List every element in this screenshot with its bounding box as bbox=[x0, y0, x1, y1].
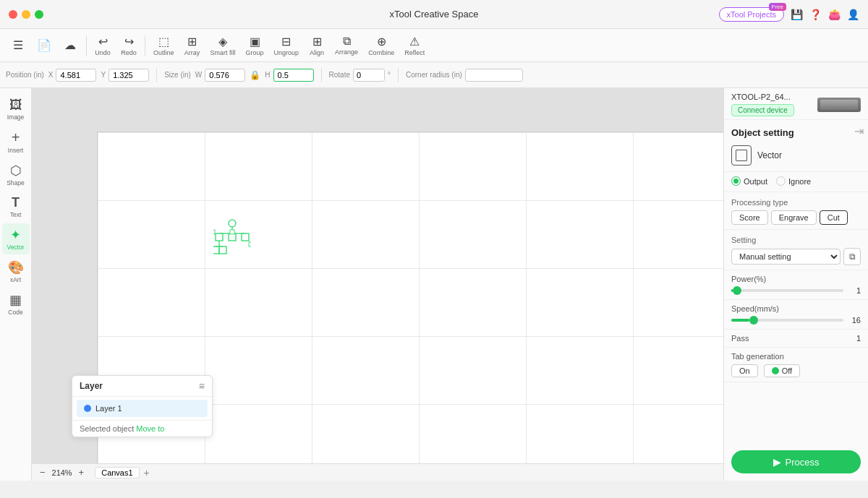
tab-generation-title: Tab generation bbox=[731, 352, 861, 361]
toolbar-cloud[interactable]: ☁ bbox=[58, 36, 82, 55]
pass-section: Pass 1 bbox=[724, 330, 868, 348]
output-radio[interactable]: Output bbox=[731, 176, 767, 186]
insert-icon: + bbox=[12, 129, 20, 146]
toolbar-align[interactable]: ⊞ Align bbox=[305, 33, 329, 59]
xart-icon: 🎨 bbox=[8, 259, 24, 275]
process-label: Process bbox=[786, 457, 820, 468]
posbar-separator-2 bbox=[321, 68, 322, 82]
minimize-button[interactable] bbox=[22, 10, 30, 19]
canvas-shape[interactable] bbox=[213, 219, 250, 259]
object-type-row: Vector bbox=[724, 142, 868, 172]
power-slider[interactable] bbox=[731, 289, 843, 292]
text-icon: T bbox=[12, 195, 20, 210]
tab-toggle-row: On Off bbox=[731, 364, 861, 377]
w-label: W bbox=[195, 71, 202, 79]
toolbar-redo[interactable]: ↪ Redo bbox=[116, 33, 141, 59]
canvas-area[interactable]: Layer ≡ Layer 1 Selected object Move to … bbox=[32, 88, 723, 481]
toolbar-undo[interactable]: ↩ Undo bbox=[90, 33, 115, 59]
x-input[interactable] bbox=[56, 69, 96, 82]
titlebar: xTool Creative Space xTool Projects Free… bbox=[0, 0, 868, 29]
tab-off-button[interactable]: Off bbox=[764, 364, 800, 377]
setting-select[interactable]: Manual setting bbox=[731, 249, 841, 265]
user-icon[interactable]: 👤 bbox=[846, 8, 859, 21]
position-x-group: X bbox=[48, 69, 97, 82]
speed-slider-thumb[interactable] bbox=[749, 316, 758, 325]
size-label: Size (in) bbox=[164, 71, 191, 79]
pass-value: 1 bbox=[856, 334, 861, 343]
x-label: X bbox=[48, 71, 54, 79]
ignore-radio[interactable]: Ignore bbox=[776, 176, 811, 186]
wallet-icon[interactable]: 👛 bbox=[827, 8, 841, 21]
move-to-link[interactable]: Move to bbox=[136, 424, 164, 433]
menu-icon: ☰ bbox=[13, 38, 23, 52]
image-icon: 🖼 bbox=[9, 98, 22, 113]
y-input[interactable] bbox=[109, 69, 149, 82]
main-area: 🖼 Image + Insert ⬡ Shape T Text ✦ Vector… bbox=[0, 88, 868, 481]
traffic-lights bbox=[9, 10, 43, 19]
sidebar-item-image[interactable]: 🖼 Image bbox=[2, 94, 30, 124]
tab-on-button[interactable]: On bbox=[731, 364, 758, 377]
setting-copy-button[interactable]: ⧉ bbox=[843, 248, 861, 265]
code-icon: ▦ bbox=[9, 292, 22, 308]
lock-icon[interactable]: 🔒 bbox=[250, 70, 260, 80]
svg-rect-12 bbox=[213, 230, 215, 234]
svg-rect-14 bbox=[249, 242, 251, 246]
add-canvas-button[interactable]: + bbox=[142, 467, 151, 478]
toolbar-group[interactable]: ▣ Group bbox=[242, 33, 268, 59]
power-slider-thumb[interactable] bbox=[733, 286, 741, 295]
ignore-radio-circle bbox=[776, 176, 786, 186]
help-icon[interactable]: ❓ bbox=[809, 8, 822, 21]
toolbar-combine[interactable]: ⊕ Combine bbox=[364, 33, 399, 59]
toolbar-outline[interactable]: ⬚ Outline bbox=[149, 33, 179, 59]
zoom-minus-button[interactable]: − bbox=[38, 467, 48, 478]
power-title: Power(%) bbox=[731, 275, 861, 283]
toolbar-menu[interactable]: ☰ bbox=[6, 36, 30, 55]
right-panel-spacer bbox=[724, 382, 868, 443]
toolbar-array[interactable]: ⊞ Array bbox=[180, 33, 205, 59]
position-label: Position (in) bbox=[6, 71, 44, 79]
sidebar-item-shape[interactable]: ⬡ Shape bbox=[2, 159, 30, 190]
layer-item[interactable]: Layer 1 bbox=[77, 400, 208, 417]
close-button[interactable] bbox=[9, 10, 17, 19]
fullscreen-button[interactable] bbox=[35, 10, 43, 19]
toolbar-ungroup[interactable]: ⊟ Ungroup bbox=[270, 33, 304, 59]
expand-panel-icon[interactable]: ⇥ bbox=[854, 124, 864, 138]
process-button[interactable]: ▶ Process bbox=[731, 450, 861, 473]
zoom-plus-button[interactable]: + bbox=[77, 467, 87, 478]
speed-slider-row: 16 bbox=[731, 316, 861, 325]
processing-type-section: Processing type Score Engrave Cut bbox=[724, 192, 868, 230]
sidebar-item-vector[interactable]: ✦ Vector bbox=[2, 223, 30, 254]
engrave-button[interactable]: Engrave bbox=[771, 210, 817, 225]
toolbar-file[interactable]: 📄 bbox=[32, 36, 56, 55]
app-title: xTool Creative Space bbox=[390, 9, 479, 20]
svg-rect-6 bbox=[242, 233, 249, 241]
cut-button[interactable]: Cut bbox=[820, 210, 848, 225]
power-slider-row: 1 bbox=[731, 286, 861, 295]
toolbar-arrange[interactable]: ⧉ Arrange bbox=[331, 33, 362, 58]
xtool-projects-button[interactable]: xTool Projects Free bbox=[719, 7, 784, 22]
score-button[interactable]: Score bbox=[731, 210, 768, 225]
selected-object-text: Selected object bbox=[80, 424, 134, 433]
pass-title: Pass bbox=[731, 334, 749, 343]
power-value: 1 bbox=[848, 286, 861, 295]
sidebar-item-xart[interactable]: 🎨 xArt bbox=[2, 256, 30, 287]
h-input[interactable] bbox=[273, 69, 314, 82]
save-icon[interactable]: 💾 bbox=[790, 8, 803, 21]
toolbar-smart-fill[interactable]: ◈ Smart fill bbox=[206, 33, 240, 59]
toolbar-reflect[interactable]: ⚠ Reflect bbox=[400, 33, 429, 59]
connect-device-button[interactable]: Connect device bbox=[731, 104, 794, 116]
canvas-tab[interactable]: Canvas1 bbox=[95, 467, 139, 478]
shape-icon: ⬡ bbox=[10, 163, 22, 179]
speed-slider[interactable] bbox=[731, 319, 843, 322]
w-input[interactable] bbox=[205, 69, 245, 82]
rotate-input[interactable] bbox=[353, 69, 385, 82]
sidebar-item-insert[interactable]: + Insert bbox=[2, 126, 30, 158]
speed-title: Speed(mm/s) bbox=[731, 304, 861, 313]
layer-name: Layer 1 bbox=[95, 404, 122, 413]
corner-input[interactable] bbox=[465, 69, 523, 82]
sidebar-item-text[interactable]: T Text bbox=[2, 192, 30, 222]
sidebar-item-code[interactable]: ▦ Code bbox=[2, 288, 30, 319]
object-setting-title: Object setting bbox=[724, 120, 801, 142]
svg-rect-4 bbox=[216, 233, 223, 241]
layer-menu-icon[interactable]: ≡ bbox=[199, 380, 205, 392]
